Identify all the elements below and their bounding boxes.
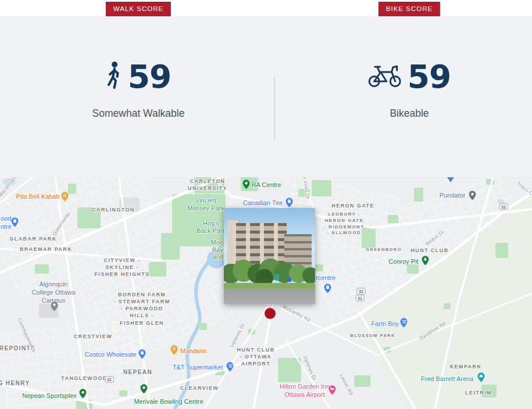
poi-pin[interactable] <box>324 284 331 293</box>
poi-pin[interactable] <box>79 389 87 399</box>
area-label: LEITRIM <box>465 389 492 396</box>
poi-pin[interactable] <box>11 217 19 227</box>
poi-pin[interactable] <box>140 384 148 394</box>
road-label: Queensway <box>51 210 72 236</box>
area-label: CRESTVIEW <box>74 333 112 340</box>
route-shield: 31 <box>356 295 365 302</box>
park-label: VincentMassey Park <box>187 197 224 211</box>
poi-pin[interactable] <box>51 302 58 311</box>
road-label: Davidson Rd <box>418 320 447 341</box>
bike-score-badge: BIKE SCORE <box>379 2 440 16</box>
road-label: Uplands Dr <box>228 322 246 349</box>
area-label: HERON GATE <box>331 202 374 209</box>
walking-person-icon <box>106 61 122 92</box>
poi-pin[interactable] <box>400 318 408 328</box>
poi-label[interactable]: rcentre <box>316 274 335 282</box>
map-canvas[interactable]: CARLETONUNIVERSITYCARLINGTONGLABAR PARKB… <box>0 177 532 409</box>
area-label: G HENRY <box>0 379 30 388</box>
route-shield: 32 <box>499 204 508 210</box>
photo-road <box>224 289 315 304</box>
property-location-marker <box>265 308 276 319</box>
poi-label[interactable]: Costco Wholesale <box>85 351 137 359</box>
poi-label[interactable]: Hilton Garden InnOttawa Airport <box>280 383 330 399</box>
bike-score-label: Bikeable <box>368 107 451 120</box>
poi-pin[interactable] <box>469 191 476 200</box>
property-photo <box>224 208 315 304</box>
area-label: BLOSSOM PARK <box>350 333 395 339</box>
park-label: Hog'sBack Park <box>197 220 226 234</box>
bicycle-icon <box>368 63 401 90</box>
area-label: KEMPARK <box>450 363 482 370</box>
poi-label[interactable]: Pita Bell Kabab <box>16 193 59 201</box>
score-divider <box>274 77 275 139</box>
photo-bus-shelter <box>275 274 279 281</box>
park-label: MooBayand <box>211 239 223 261</box>
bike-score-value: 59 <box>408 61 451 93</box>
poi-pin[interactable] <box>242 180 250 189</box>
poi-pin[interactable] <box>138 349 146 359</box>
walk-score-block: 59 Somewhat Walkable <box>92 60 185 120</box>
poi-label[interactable]: Merivale Bowling Centre <box>134 398 203 406</box>
walk-score-value: 59 <box>128 61 172 93</box>
walk-score-badge: WALK SCORE <box>106 2 171 16</box>
road-label: Blohm Dr <box>424 228 445 246</box>
poi-pin[interactable] <box>285 198 293 207</box>
area-label: CARLINGTON <box>92 206 135 213</box>
area-label: CITYVIEW -SKYLINE -FISHER HEIGHTS <box>94 257 149 278</box>
area-label: CLEARVIEW <box>180 385 219 392</box>
road-label: Trans-Ca <box>516 181 532 199</box>
poi-pin[interactable] <box>226 362 234 372</box>
score-panel <box>0 16 532 177</box>
poi-label[interactable]: Mandarin <box>180 347 207 356</box>
road-label: Uplands Dr <box>302 355 317 382</box>
poi-pin[interactable] <box>422 256 429 266</box>
area-label: GLABAR PARK <box>9 235 56 242</box>
poi-label[interactable]: Conroy Pit <box>388 258 418 266</box>
road-label: Lester Rd <box>338 373 354 396</box>
area-label: TANGLEWOOD <box>61 375 107 382</box>
route-shield: 32 <box>357 288 366 295</box>
bike-score-block: 59 Bikeable <box>368 60 451 120</box>
poi-pin[interactable] <box>477 372 485 382</box>
area-label: BRAEMAR PARK <box>20 246 72 253</box>
poi-pin[interactable] <box>170 345 178 355</box>
area-label: NEPEAN <box>123 368 152 376</box>
area-label: CARLETONUNIVERSITY <box>188 178 227 192</box>
walk-score-label: Somewhat Walkable <box>92 107 185 120</box>
poi-label[interactable]: Fred Barrett Arena <box>421 375 474 383</box>
area-label: GREENBORO <box>366 247 402 253</box>
poi-pin[interactable] <box>329 385 336 395</box>
poi-label[interactable]: Nepean Sportsplex <box>22 392 77 400</box>
road-label: a Vista Dr <box>302 177 312 200</box>
area-label: BORDEN FARM- STEWART FARM- PARKWOODHILLS… <box>113 291 170 327</box>
poi-pin[interactable] <box>61 192 69 202</box>
photo-bin <box>288 278 291 282</box>
poi-label[interactable]: RA Centre <box>252 181 281 189</box>
walkscore-widget: WALK SCORE BIKE SCORE 59 Somewhat Walkab… <box>0 0 532 409</box>
poi-label[interactable]: Canadian Tire <box>243 199 283 207</box>
poi-label[interactable]: Purolator <box>440 192 466 200</box>
poi-label[interactable]: oodntre <box>1 215 12 231</box>
road-label: McCarthy Rd <box>281 303 311 323</box>
area-label: HUNT CLUB- OTTAWAAIRPORT <box>237 346 274 367</box>
route-shield: 32 <box>105 376 114 383</box>
area-label: HUNT CLUB <box>410 247 448 254</box>
area-label: LEDBURY -HERON GATE- RIDGEMONT- ELLWOOD <box>324 211 364 236</box>
poi-label[interactable]: T&T Supermarket <box>173 364 223 372</box>
poi-label[interactable]: Farm Boy <box>371 320 399 328</box>
